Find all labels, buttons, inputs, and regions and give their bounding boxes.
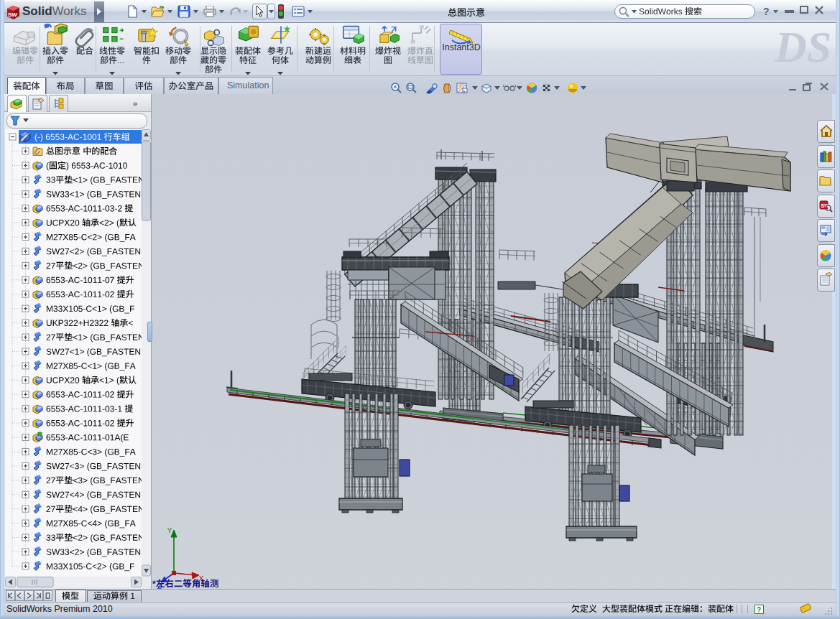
svg-text:?: ? (757, 606, 761, 614)
svg-text:+: + (463, 89, 466, 93)
svg-text:SW: SW (8, 11, 17, 18)
